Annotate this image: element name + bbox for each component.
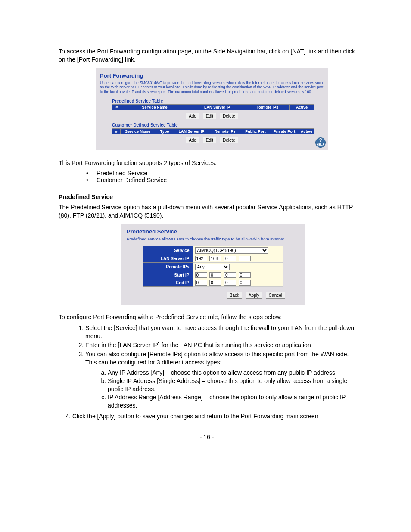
col-service: Service Name bbox=[121, 104, 188, 110]
end-ip-b[interactable] bbox=[209, 280, 221, 286]
step-3a: Any IP Address [Any] – choose this optio… bbox=[108, 369, 355, 377]
step-3b: Single IP Address [Single Address] – cho… bbox=[108, 377, 355, 393]
step-1: Select the [Service] that you want to ha… bbox=[85, 324, 355, 340]
supports-text: This Port Forwarding function supports 2… bbox=[59, 159, 355, 167]
col-type: Type bbox=[155, 128, 174, 134]
col-lan: LAN Server IP bbox=[188, 104, 246, 110]
col-active: Active bbox=[290, 104, 314, 110]
predef-table-label: Predefined Service Table bbox=[112, 99, 324, 103]
start-ip-d[interactable] bbox=[239, 272, 251, 278]
lan-ip-d[interactable] bbox=[239, 256, 251, 261]
bullet-custom: Customer Defined Service bbox=[86, 177, 355, 184]
label-lan: LAN Server IP bbox=[143, 255, 193, 263]
section-title: Predefined Service bbox=[59, 193, 355, 201]
col-active: Active bbox=[299, 128, 314, 134]
col-num: # bbox=[112, 104, 121, 110]
apply-button[interactable]: Apply bbox=[246, 292, 262, 299]
label-service: Service bbox=[143, 246, 193, 255]
bullet-predef: Predefined Service bbox=[86, 170, 355, 177]
back-button[interactable]: Back bbox=[227, 292, 242, 299]
end-ip-a[interactable] bbox=[195, 280, 207, 286]
service-select[interactable]: AIM/ICQ(TCP:5190) bbox=[195, 247, 268, 254]
label-start: Start IP bbox=[143, 271, 193, 279]
panel1-title: Port Forwarding bbox=[100, 72, 324, 79]
port-forwarding-panel: Port Forwarding Users can configure the … bbox=[96, 68, 328, 150]
section-desc: The Predefined Service option has a pull… bbox=[59, 203, 355, 220]
predefined-service-panel: Predefined Service Predefined service al… bbox=[121, 224, 305, 305]
label-end: End IP bbox=[143, 279, 193, 287]
col-lan: LAN Server IP bbox=[174, 128, 209, 134]
lan-ip-a[interactable] bbox=[195, 256, 207, 261]
step-4: Click the [Apply] button to save your ch… bbox=[72, 412, 355, 420]
col-service: Service Name bbox=[121, 128, 155, 134]
panel1-desc: Users can configure the SMC8014WG to pro… bbox=[100, 81, 324, 94]
col-num: # bbox=[112, 128, 121, 134]
step-3: You can also configure [Remote IPs] opti… bbox=[85, 350, 355, 410]
panel2-title: Predefined Service bbox=[127, 228, 299, 235]
add-button[interactable]: Add bbox=[186, 113, 199, 119]
start-ip-b[interactable] bbox=[209, 272, 221, 278]
delete-button[interactable]: Delete bbox=[220, 137, 238, 143]
col-pubport: Public Port bbox=[241, 128, 270, 134]
col-remote: Remote IPs bbox=[209, 128, 241, 134]
label-remote: Remote IPs bbox=[143, 263, 193, 271]
step-2: Enter in the [LAN Server IP] for the LAN… bbox=[85, 341, 355, 349]
edit-button[interactable]: Edit bbox=[203, 113, 216, 119]
predef-form: Service AIM/ICQ(TCP:5190) LAN Server IP … bbox=[143, 246, 283, 287]
intro-text: To access the Port Forwarding configurat… bbox=[59, 47, 355, 64]
lan-ip-b[interactable] bbox=[209, 256, 221, 261]
cancel-button[interactable]: Cancel bbox=[266, 292, 285, 299]
cust-table-label: Customer Defined Service Table bbox=[112, 123, 324, 128]
remote-select[interactable]: Any bbox=[195, 264, 230, 270]
predef-table: # Service Name LAN Server IP Remote IPs … bbox=[112, 104, 314, 110]
start-ip-c[interactable] bbox=[224, 272, 236, 278]
steps-intro: To configure Port Forwarding with a Pred… bbox=[59, 313, 355, 321]
add-button[interactable]: Add bbox=[186, 137, 199, 143]
step-3c: IP Address Range [Address Range] – choos… bbox=[108, 393, 355, 410]
col-remote: Remote IPs bbox=[246, 104, 290, 110]
panel2-desc: Predefined service allows users to choos… bbox=[127, 236, 299, 242]
page-number: - 16 - bbox=[59, 433, 355, 440]
end-ip-d[interactable] bbox=[239, 280, 251, 286]
help-icon[interactable]: HELP bbox=[315, 137, 326, 148]
lan-ip-c[interactable] bbox=[224, 256, 236, 261]
delete-button[interactable]: Delete bbox=[220, 113, 238, 119]
col-privport: Private Port bbox=[270, 128, 299, 134]
start-ip-a[interactable] bbox=[195, 272, 207, 278]
edit-button[interactable]: Edit bbox=[203, 137, 216, 143]
end-ip-c[interactable] bbox=[224, 280, 236, 286]
cust-table: # Service Name Type LAN Server IP Remote… bbox=[112, 128, 314, 134]
